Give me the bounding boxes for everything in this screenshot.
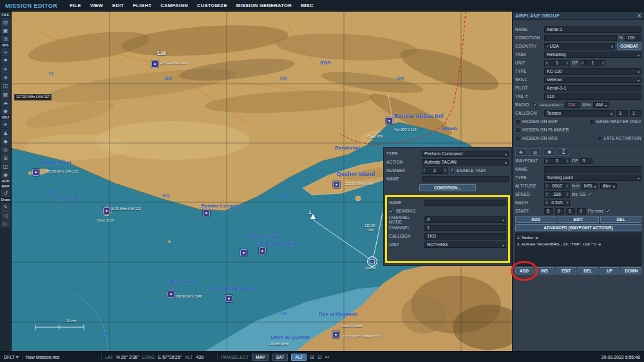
modulation-dropdown[interactable]: AM ▾ — [593, 102, 609, 108]
airport-icon-lavan[interactable] — [32, 169, 39, 176]
hidden-on-map-checkbox[interactable] — [515, 119, 520, 124]
altitude-ref2-dropdown[interactable]: Abo ▾ — [600, 183, 617, 189]
open-mission-icon[interactable]: ▣ — [1, 26, 10, 34]
start-field-3[interactable]: 0 — [566, 208, 575, 214]
unit-placement-icon[interactable]: ⊕ — [1, 73, 10, 81]
gs-checkbox[interactable]: ✓ — [588, 192, 593, 197]
draw-tool-icon[interactable]: ✎ — [1, 203, 10, 211]
combat-button[interactable]: COMBAT — [617, 43, 641, 50]
zone-tool-icon[interactable]: ◎ — [1, 146, 10, 153]
decrement-icon[interactable]: ‹ — [544, 191, 549, 198]
waypoint-edit-button[interactable]: EDIT — [558, 216, 599, 223]
increment-icon[interactable]: › — [565, 191, 570, 198]
start-field-1[interactable]: 8 — [544, 208, 553, 214]
menu-mission-generator[interactable]: MISSION GENERATOR — [232, 3, 296, 8]
payload-tab-icon[interactable]: ✖ — [544, 148, 555, 156]
new-mission-icon[interactable]: ▤ — [1, 18, 10, 26]
increment-icon[interactable]: › — [442, 167, 448, 174]
advanced-waypoint-actions-button[interactable]: ADVANCED (WAYPOINT ACTIONS) — [515, 224, 641, 231]
skill-dropdown[interactable]: Veteran ▾ — [544, 77, 641, 83]
next-tool-icon[interactable]: ▷ — [1, 220, 10, 227]
increment-icon[interactable]: › — [565, 200, 570, 206]
waypoint-type-dropdown[interactable]: Turning point ▾ — [544, 175, 641, 181]
list-item[interactable]: 1. Tanker -a — [517, 234, 639, 241]
decrement-icon[interactable]: ‹ — [422, 167, 427, 174]
prev-waypoint-icon[interactable]: ‹ — [544, 158, 549, 164]
decrement-icon[interactable]: ‹ — [580, 60, 585, 66]
action-name-input[interactable] — [422, 176, 509, 182]
menu-customize[interactable]: CUSTOMIZE — [193, 3, 232, 8]
airport-icon-lar[interactable] — [151, 61, 158, 68]
alt-view-button[interactable]: ALT — [291, 354, 307, 361]
airport-icon-kish[interactable] — [103, 207, 110, 214]
sat-view-button[interactable]: SAT — [272, 354, 289, 361]
hidden-on-mfd-checkbox[interactable] — [515, 136, 520, 141]
action-number-stepper[interactable]: ‹ 2 › — [422, 167, 448, 174]
group-name-input[interactable]: Aerial-1 — [544, 26, 641, 33]
action-ins-button[interactable]: INS — [535, 267, 555, 274]
channel-mode-dropdown[interactable]: X ▾ — [424, 216, 506, 223]
menu-campaign[interactable]: CAMPAIGN — [156, 3, 193, 8]
menu-flight[interactable]: FLIGHT — [128, 3, 156, 8]
decrement-icon[interactable]: ‹ — [544, 60, 549, 66]
prev-tool-icon[interactable]: ◁ — [1, 211, 10, 219]
theme-selector[interactable]: DFLT ▾ — [4, 354, 19, 360]
airport-icon-tunb-island-afb[interactable] — [259, 247, 266, 254]
start-field-4[interactable]: 0 — [577, 208, 586, 214]
channel-input[interactable]: 1 — [424, 225, 506, 231]
action-type-dropdown[interactable]: Perform Command ▾ — [422, 151, 509, 157]
map-view-button[interactable]: MAP — [252, 354, 269, 361]
tacan-name-input[interactable] — [424, 200, 506, 206]
ruler-icon[interactable]: ↔ — [325, 354, 330, 360]
mission-options-icon[interactable]: ≡ — [1, 48, 10, 56]
condition-percent-input[interactable]: 100 — [625, 35, 641, 41]
unit-count-stepper[interactable]: ‹ 1 › — [544, 60, 570, 66]
airport-icon-bandar-lengeh[interactable] — [203, 209, 210, 216]
close-icon[interactable]: ✕ — [637, 13, 641, 19]
action-del-button[interactable]: DEL — [578, 267, 598, 274]
decrement-icon[interactable]: ‹ — [544, 183, 549, 189]
airport-icon-bandar-abbas[interactable] — [386, 117, 393, 124]
mach-stepper[interactable]: ‹ 0.515 › — [544, 200, 570, 206]
tacan-unit-dropdown[interactable]: NOTHING ▾ — [424, 242, 506, 248]
tacan-callsign-input[interactable]: TKR — [424, 233, 506, 240]
unit-total-stepper[interactable]: ‹ 1 › — [580, 60, 605, 66]
increment-icon[interactable]: › — [565, 60, 570, 66]
airport-icon-tunb-kochak[interactable] — [240, 249, 247, 256]
selected-tanker-unit-icon[interactable] — [367, 256, 377, 267]
farp-icon[interactable]: ⊞ — [1, 154, 10, 162]
template-icon[interactable]: ▦ — [1, 90, 10, 98]
airport-icon-sirri[interactable] — [167, 291, 175, 298]
frequency-input[interactable]: 124 — [565, 102, 580, 108]
hidden-on-planner-checkbox[interactable] — [515, 128, 520, 133]
list-item[interactable]: 2. Activate TACAN/BRG , 1X, "TKR", Unit … — [517, 241, 639, 247]
waypoint-stepper[interactable]: ‹ 0 › — [544, 158, 570, 164]
trigger-zone-icon[interactable]: ◉ — [1, 107, 10, 115]
condition-input[interactable] — [544, 35, 617, 41]
waypoint-add-button[interactable]: ADD — [515, 216, 556, 223]
briefing-icon[interactable]: ⚑ — [1, 57, 10, 64]
increment-icon[interactable]: › — [565, 183, 570, 189]
save-mission-icon[interactable]: ⊞ — [1, 35, 10, 43]
altitude-stepper[interactable]: ‹ 6562 › — [544, 183, 570, 189]
menu-file[interactable]: FILE — [65, 3, 85, 8]
map-reset-icon[interactable]: ↺ — [1, 189, 10, 197]
action-edit-button[interactable]: EDIT — [556, 267, 576, 274]
fix-time-checkbox[interactable]: ✓ — [605, 209, 611, 214]
condition-button[interactable]: CONDITION... — [419, 184, 476, 191]
aircraft-type-dropdown[interactable]: KC-130 ▾ — [544, 68, 641, 75]
tail-number-input[interactable]: 010 — [544, 93, 641, 100]
country-dropdown[interactable]: ▪ USA ▾ — [544, 43, 615, 50]
structure-icon[interactable]: ◫ — [1, 162, 10, 170]
summary-tab-icon[interactable]: Σ — [558, 148, 569, 156]
ship-group-icon[interactable]: ◆ — [1, 137, 10, 145]
static-object-icon[interactable]: ◫ — [1, 82, 10, 90]
callsign-number-input[interactable]: 1 — [630, 110, 641, 117]
action-add-button[interactable]: ADD — [515, 267, 533, 274]
radio-checkbox[interactable]: ✓ — [533, 102, 538, 108]
aircraft-tab-icon[interactable]: ✈ — [515, 148, 527, 156]
weather-icon[interactable]: ☁ — [1, 99, 10, 106]
altitude-ref-dropdown[interactable]: MSL ▾ — [582, 183, 598, 189]
airplane-group-icon[interactable]: ✈ — [1, 120, 10, 128]
group-select-icon[interactable]: ◉ — [1, 171, 10, 178]
